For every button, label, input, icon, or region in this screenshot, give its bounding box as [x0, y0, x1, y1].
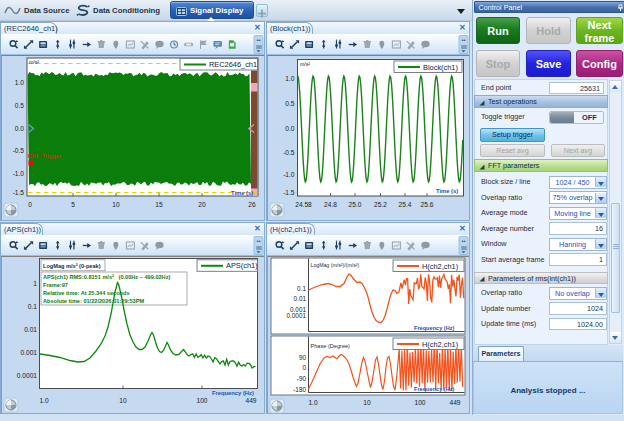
- svg-text:APS(ch1) RMS:0.8151 m/s² (0.: APS(ch1) RMS:0.8151 m/s² (0.00Hz ~ 499.0…: [43, 274, 170, 280]
- svg-text:-0.5: -0.5: [283, 149, 295, 156]
- svg-text:-1.0: -1.0: [283, 171, 295, 178]
- svg-text:Frequency (Hz): Frequency (Hz): [414, 325, 455, 331]
- svg-text:449: 449: [449, 399, 460, 406]
- svg-text:Frame:97: Frame:97: [43, 282, 68, 288]
- svg-text:25.0: 25.0: [349, 201, 362, 208]
- svg-text:Phase (Degree): Phase (Degree): [311, 343, 351, 349]
- svg-text:0.001: 0.001: [20, 349, 37, 356]
- svg-text:Block(ch1): Block(ch1): [423, 63, 458, 72]
- svg-text:10: 10: [119, 397, 127, 404]
- svg-text:m/s²: m/s²: [29, 59, 39, 65]
- svg-text:1.0: 1.0: [308, 399, 317, 406]
- svg-text:0: 0: [28, 201, 32, 208]
- svg-text:LogMag m/s² (0-peak): LogMag m/s² (0-peak): [43, 263, 101, 269]
- svg-text:449: 449: [245, 397, 256, 404]
- svg-text:0.0001: 0.0001: [286, 312, 306, 319]
- svg-text:0.5: 0.5: [15, 102, 24, 109]
- svg-text:••: ••: [461, 37, 465, 43]
- svg-text:1: 1: [33, 280, 37, 287]
- svg-text:m/s²: m/s²: [300, 61, 310, 67]
- svg-text:25.6: 25.6: [421, 201, 434, 208]
- svg-text:0.1: 0.1: [28, 303, 37, 310]
- svg-text:H(ch2,ch1): H(ch2,ch1): [422, 262, 458, 271]
- svg-text:-180: -180: [293, 386, 306, 393]
- svg-text:0.0: 0.0: [285, 125, 294, 132]
- svg-text:H(ch2,ch1): H(ch2,ch1): [422, 340, 458, 349]
- svg-text:0.01: 0.01: [294, 295, 307, 302]
- svg-text:-1.0: -1.0: [13, 170, 25, 177]
- svg-text:Frequency (Hz): Frequency (Hz): [212, 390, 254, 396]
- svg-text:Absolute time: 01/22/2026:01:2: Absolute time: 01/22/2026:01:29:53PM: [43, 298, 144, 304]
- svg-text:20: 20: [198, 201, 206, 208]
- svg-text:APS(ch1): APS(ch1): [226, 261, 258, 270]
- svg-text:-1.5: -1.5: [13, 189, 25, 196]
- svg-text:Frequency (Hz): Frequency (Hz): [414, 386, 455, 392]
- svg-text:1.0: 1.0: [285, 75, 294, 82]
- svg-text:••: ••: [256, 37, 260, 43]
- svg-text:5: 5: [71, 201, 75, 208]
- svg-text:-90: -90: [297, 375, 307, 382]
- svg-text:-0.5: -0.5: [13, 147, 25, 154]
- svg-text:24.8: 24.8: [324, 201, 337, 208]
- svg-text:0.1: 0.1: [297, 285, 306, 292]
- svg-text:15: 15: [155, 201, 163, 208]
- svg-text:25.4: 25.4: [399, 201, 412, 208]
- svg-text:26: 26: [248, 201, 256, 208]
- svg-text:LogMag (m/s²)/(m/s²): LogMag (m/s²)/(m/s²): [311, 262, 360, 268]
- svg-text:24.58: 24.58: [295, 201, 312, 208]
- svg-text:••: ••: [461, 238, 465, 244]
- svg-text:1.0: 1.0: [15, 79, 24, 86]
- svg-text:Time (s): Time (s): [231, 190, 253, 196]
- svg-text:Relative time: At 25.344 secon: Relative time: At 25.344 seconds: [43, 290, 130, 296]
- svg-text:100: 100: [196, 397, 207, 404]
- svg-text:10: 10: [112, 201, 120, 208]
- svg-text:Ch1_Trigger: Ch1_Trigger: [28, 153, 63, 159]
- svg-text:-1.5: -1.5: [283, 189, 295, 196]
- svg-text:0.5: 0.5: [285, 100, 294, 107]
- svg-text:REC2646_ch1: REC2646_ch1: [209, 60, 257, 69]
- svg-text:10: 10: [363, 399, 371, 406]
- svg-text:0.01: 0.01: [24, 326, 37, 333]
- svg-text:90: 90: [299, 354, 307, 361]
- svg-text:1.0: 1.0: [39, 397, 48, 404]
- svg-text:100: 100: [414, 399, 425, 406]
- svg-text:0: 0: [302, 364, 306, 371]
- svg-text:0.0: 0.0: [15, 125, 24, 132]
- svg-text:25.2: 25.2: [374, 201, 387, 208]
- svg-text:Time (s): Time (s): [436, 188, 458, 194]
- svg-text:0.0001: 0.0001: [17, 372, 38, 379]
- svg-text:••: ••: [256, 238, 260, 244]
